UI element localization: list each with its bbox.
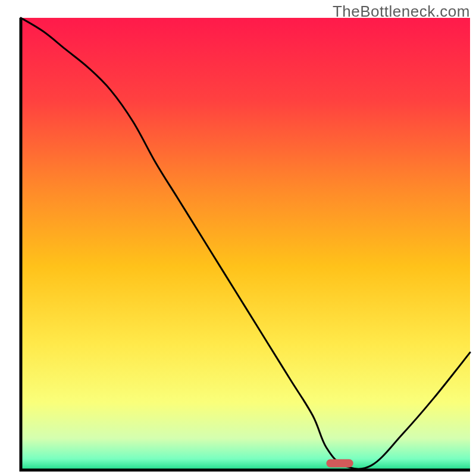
chart-container: { "watermark": "TheBottleneck.com", "cha… — [0, 0, 476, 476]
optimal-marker — [326, 459, 353, 468]
watermark-text: TheBottleneck.com — [333, 2, 470, 21]
plot-background — [21, 18, 470, 470]
bottleneck-chart — [0, 0, 476, 476]
